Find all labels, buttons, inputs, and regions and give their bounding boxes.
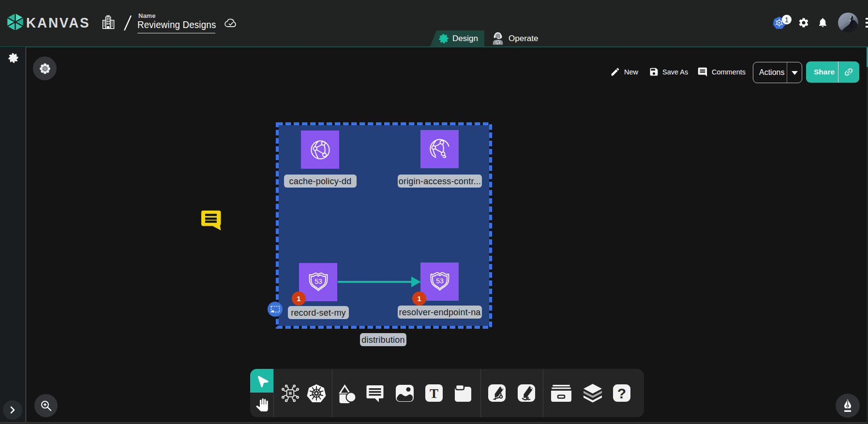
svg-text:T: T xyxy=(430,386,438,401)
svg-text:53: 53 xyxy=(314,278,322,285)
svg-text:1: 1 xyxy=(785,16,789,24)
svg-text:?: ? xyxy=(617,385,626,401)
svg-text:53: 53 xyxy=(436,277,444,285)
